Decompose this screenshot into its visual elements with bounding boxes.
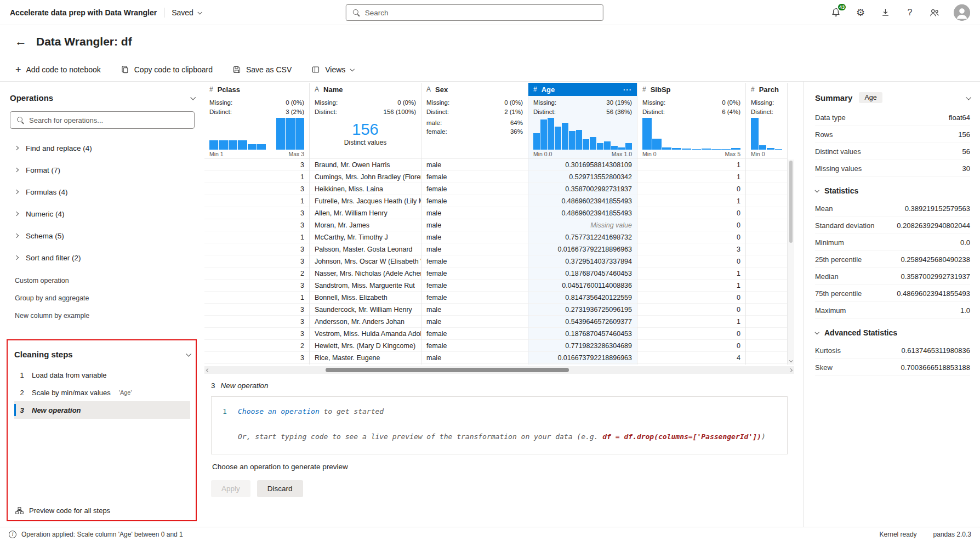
grid-cell[interactable]: 3 xyxy=(637,243,745,255)
grid-cell[interactable]: 0.5439646572609377 xyxy=(528,316,637,328)
grid-cell[interactable]: 0.016673792218896963 xyxy=(528,352,637,364)
settings-gear-icon[interactable]: ⚙ xyxy=(855,7,866,18)
grid-cell[interactable] xyxy=(746,195,787,207)
user-avatar[interactable] xyxy=(954,4,970,21)
operation-group[interactable]: Formulas (4) xyxy=(10,181,195,203)
grid-cell[interactable]: 3 xyxy=(204,328,309,340)
saved-dropdown[interactable]: Saved xyxy=(172,8,201,17)
grid-cell[interactable]: male xyxy=(421,207,528,219)
grid-cell[interactable]: Moran, Mr. James xyxy=(310,219,421,231)
grid-cell[interactable]: 1 xyxy=(204,195,309,207)
grid-cell[interactable] xyxy=(746,171,787,183)
grid-cell[interactable] xyxy=(746,352,787,364)
grid-cell[interactable]: 2 xyxy=(204,267,309,280)
statistics-section-toggle[interactable]: Statistics xyxy=(815,181,970,200)
grid-cell[interactable]: Vestrom, Miss. Hulda Amanda Adolf xyxy=(310,328,421,340)
grid-cell[interactable]: 3 xyxy=(204,352,309,364)
grid-cell[interactable]: male xyxy=(421,231,528,243)
grid-cell[interactable]: 1 xyxy=(204,292,309,304)
grid-cell[interactable]: Nasser, Mrs. Nicholas (Adele Achem xyxy=(310,267,421,280)
column-header[interactable]: #PclassMissing:0 (0%)Distinct:3 (2%)Min … xyxy=(204,83,309,159)
grid-cell[interactable]: 3 xyxy=(204,255,309,267)
grid-cell[interactable]: 1 xyxy=(637,267,745,280)
grid-cell[interactable]: 1 xyxy=(637,195,745,207)
grid-cell[interactable]: 0 xyxy=(637,328,745,340)
scroll-right-icon[interactable] xyxy=(789,368,793,372)
grid-cell[interactable]: 0 xyxy=(637,255,745,267)
grid-cell[interactable] xyxy=(746,255,787,267)
grid-cell[interactable]: Palsson, Master. Gosta Leonard xyxy=(310,243,421,255)
copy-code-button[interactable]: Copy code to clipboard xyxy=(121,65,213,74)
grid-cell[interactable]: 0.7577312241698732 xyxy=(528,231,637,243)
grid-cell[interactable]: 3 xyxy=(204,316,309,328)
operation-item[interactable]: Group by and aggregate xyxy=(10,289,195,307)
grid-cell[interactable]: Allen, Mr. William Henry xyxy=(310,207,421,219)
grid-cell[interactable] xyxy=(746,328,787,340)
grid-cell[interactable]: 1 xyxy=(204,171,309,183)
grid-cell[interactable]: female xyxy=(421,328,528,340)
grid-cell[interactable]: male xyxy=(421,219,528,231)
global-search[interactable] xyxy=(346,4,603,21)
grid-cell[interactable]: 4 xyxy=(637,352,745,364)
grid-cell[interactable] xyxy=(746,292,787,304)
discard-button[interactable]: Discard xyxy=(257,480,303,497)
operation-group[interactable]: Numeric (4) xyxy=(10,203,195,225)
grid-cell[interactable]: Rice, Master. Eugene xyxy=(310,352,421,364)
grid-cell[interactable] xyxy=(746,340,787,352)
people-icon[interactable] xyxy=(929,7,940,18)
grid-cell[interactable]: 0.48696023941855493 xyxy=(528,207,637,219)
scroll-down-icon[interactable] xyxy=(789,358,793,362)
grid-cell[interactable]: female xyxy=(421,255,528,267)
grid-cell[interactable]: 0.2731936725096195 xyxy=(528,304,637,316)
grid-cell[interactable]: 1 xyxy=(204,231,309,243)
grid-cell[interactable]: female xyxy=(421,267,528,280)
grid-cell[interactable]: 0.016673792218896963 xyxy=(528,243,637,255)
grid-cell[interactable] xyxy=(746,267,787,280)
grid-cell[interactable]: 0.3016958814308109 xyxy=(528,159,637,171)
grid-cell[interactable]: 1 xyxy=(637,280,745,292)
notifications-button[interactable]: 43 xyxy=(830,7,841,18)
cleaning-step[interactable]: 1Load data from variable xyxy=(14,366,190,384)
operation-group[interactable]: Format (7) xyxy=(10,159,195,181)
chevron-down-icon[interactable] xyxy=(190,94,196,100)
grid-cell[interactable]: female xyxy=(421,292,528,304)
scrollbar-thumb[interactable] xyxy=(326,368,569,372)
grid-cell[interactable] xyxy=(746,159,787,171)
scrollbar-thumb[interactable] xyxy=(789,161,793,243)
chevron-down-icon[interactable] xyxy=(966,94,971,100)
grid-cell[interactable]: 0.04517600114008836 xyxy=(528,280,637,292)
grid-cell[interactable]: 3 xyxy=(204,280,309,292)
operation-group[interactable]: Sort and filter (2) xyxy=(10,247,195,269)
grid-cell[interactable]: 3 xyxy=(204,219,309,231)
cleaning-step[interactable]: 3New operation xyxy=(14,401,190,419)
grid-cell[interactable] xyxy=(746,316,787,328)
column-menu-icon[interactable]: ··· xyxy=(623,86,632,93)
grid-cell[interactable]: 0 xyxy=(637,340,745,352)
grid-cell[interactable]: 0.529713552800342 xyxy=(528,171,637,183)
grid-cell[interactable]: Heikkinen, Miss. Laina xyxy=(310,183,421,195)
grid-cell[interactable]: 0 xyxy=(637,219,745,231)
grid-cell[interactable]: 0.3587002992731937 xyxy=(528,183,637,195)
operations-search-input[interactable] xyxy=(29,116,188,124)
operation-group[interactable]: Schema (5) xyxy=(10,225,195,247)
grid-cell[interactable]: 3 xyxy=(204,159,309,171)
grid-cell[interactable]: Cumings, Mrs. John Bradley (Florenc xyxy=(310,171,421,183)
grid-cell[interactable]: 0.8147356420122559 xyxy=(528,292,637,304)
advanced-statistics-section-toggle[interactable]: Advanced Statistics xyxy=(815,323,970,342)
column-header[interactable]: #SibSpMissing:0 (0%)Distinct:6 (4%)Min 0… xyxy=(637,83,745,159)
grid-cell[interactable]: 3 xyxy=(204,183,309,195)
grid-cell[interactable]: female xyxy=(421,340,528,352)
grid-cell[interactable]: 1 xyxy=(637,171,745,183)
grid-cell[interactable]: Sandstrom, Miss. Marguerite Rut xyxy=(310,280,421,292)
grid-cell[interactable]: Andersson, Mr. Anders Johan xyxy=(310,316,421,328)
vertical-scrollbar[interactable] xyxy=(788,160,794,365)
preview-code-button[interactable]: Preview code for all steps xyxy=(14,506,190,515)
grid-cell[interactable] xyxy=(746,231,787,243)
chevron-down-icon[interactable] xyxy=(186,351,191,356)
grid-cell[interactable]: 3 xyxy=(204,304,309,316)
views-button[interactable]: Views xyxy=(311,65,354,74)
grid-cell[interactable]: female xyxy=(421,183,528,195)
grid-cell[interactable]: 0 xyxy=(637,304,745,316)
column-header[interactable]: ANameMissing:0 (0%)Distinct:156 (100%)15… xyxy=(310,83,421,159)
column-header[interactable]: #Age···Missing:30 (19%)Distinct:56 (36%)… xyxy=(528,83,637,159)
